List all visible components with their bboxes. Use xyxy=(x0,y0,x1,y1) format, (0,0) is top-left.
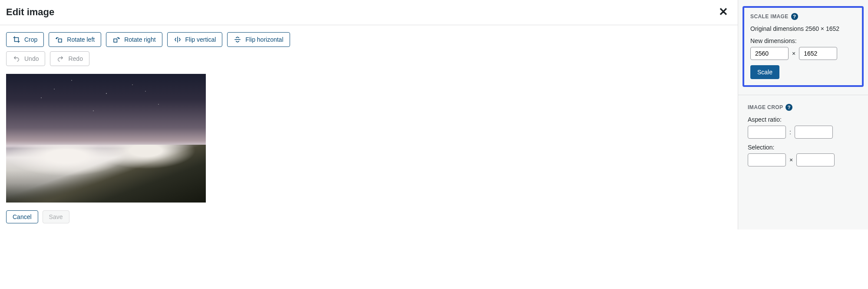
new-dimensions-label: New dimensions: xyxy=(750,37,856,44)
undo-label: Undo xyxy=(24,55,39,62)
flip-horizontal-label: Flip horizontal xyxy=(245,36,283,43)
rotate-left-label: Rotate left xyxy=(67,36,95,43)
undo-icon xyxy=(13,55,20,63)
aspect-ratio-label: Aspect ratio: xyxy=(748,116,858,123)
help-icon[interactable]: ? xyxy=(785,104,792,111)
aspect-ratio-separator: : xyxy=(789,129,791,136)
selection-width-input[interactable] xyxy=(748,153,786,166)
page-title: Edit image xyxy=(6,7,54,18)
scale-width-input[interactable] xyxy=(750,47,789,60)
flip-vertical-label: Flip vertical xyxy=(185,36,216,43)
selection-separator: × xyxy=(789,156,793,163)
redo-label: Redo xyxy=(68,55,83,62)
redo-icon xyxy=(56,55,64,63)
selection-label: Selection: xyxy=(748,144,858,151)
redo-button[interactable]: Redo xyxy=(50,51,89,66)
crop-section-title: IMAGE CROP xyxy=(748,104,783,110)
crop-button[interactable]: Crop xyxy=(6,32,44,47)
original-dimensions: Original dimensions 2560 × 1652 xyxy=(750,25,856,32)
flip-vertical-icon xyxy=(174,36,182,43)
scale-height-input[interactable] xyxy=(799,47,837,60)
help-icon[interactable]: ? xyxy=(791,13,798,20)
rotate-left-icon xyxy=(55,36,63,43)
crop-icon xyxy=(13,36,20,43)
undo-button[interactable]: Undo xyxy=(6,51,45,66)
scale-section-title: SCALE IMAGE xyxy=(750,13,789,20)
image-preview[interactable] xyxy=(6,74,206,203)
rotate-right-label: Rotate right xyxy=(124,36,155,43)
image-crop-section: IMAGE CROP ? Aspect ratio: : Selection: … xyxy=(738,95,868,178)
svg-rect-0 xyxy=(59,39,62,43)
rotate-right-button[interactable]: Rotate right xyxy=(106,32,162,47)
rotate-right-icon xyxy=(112,36,120,43)
scale-image-section: SCALE IMAGE ? Original dimensions 2560 ×… xyxy=(743,6,864,87)
selection-height-input[interactable] xyxy=(796,153,835,166)
flip-horizontal-icon xyxy=(234,36,241,43)
aspect-width-input[interactable] xyxy=(748,126,786,139)
flip-vertical-button[interactable]: Flip vertical xyxy=(167,32,223,47)
cancel-button[interactable]: Cancel xyxy=(6,210,38,223)
close-icon[interactable]: ✕ xyxy=(715,5,732,19)
rotate-left-button[interactable]: Rotate left xyxy=(49,32,101,47)
flip-horizontal-button[interactable]: Flip horizontal xyxy=(227,32,290,47)
save-button: Save xyxy=(43,210,69,223)
svg-rect-1 xyxy=(114,39,117,43)
dimension-separator: × xyxy=(792,50,795,57)
aspect-height-input[interactable] xyxy=(795,126,833,139)
crop-label: Crop xyxy=(24,36,37,43)
scale-button[interactable]: Scale xyxy=(750,65,779,79)
